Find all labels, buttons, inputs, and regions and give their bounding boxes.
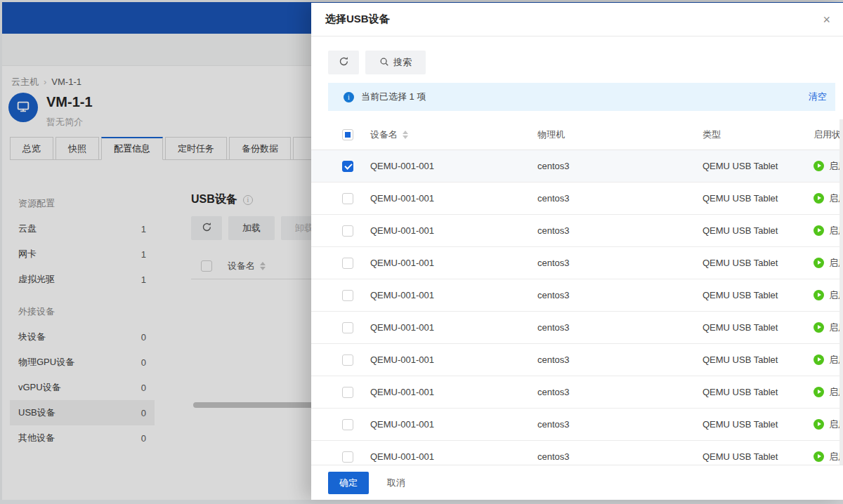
cell-device-name: QEMU-001-001 xyxy=(370,161,537,171)
table-row[interactable]: QEMU-001-001 centos3 QEMU USB Tablet 启用 xyxy=(311,409,843,441)
status-running-icon xyxy=(813,419,824,430)
cell-enable-state: 启用 xyxy=(813,289,843,302)
column-type: 类型 xyxy=(702,128,813,141)
status-running-icon xyxy=(813,161,824,171)
cell-physical-host: centos3 xyxy=(537,387,702,397)
column-label: 设备名 xyxy=(370,128,398,141)
cell-device-name: QEMU-001-001 xyxy=(370,354,537,365)
cell-enable-state: 启用 xyxy=(813,257,843,270)
table-row[interactable]: QEMU-001-001 centos3 QEMU USB Tablet 启用 xyxy=(311,376,843,409)
cell-device-name: QEMU-001-001 xyxy=(370,258,537,268)
cell-enable-state: 启用 xyxy=(813,225,843,237)
cell-device-name: QEMU-001-001 xyxy=(370,322,537,333)
column-enable-state: 启用状态 xyxy=(813,128,843,141)
status-running-icon xyxy=(813,258,824,268)
cell-physical-host: centos3 xyxy=(537,258,702,268)
cell-device-name: QEMU-001-001 xyxy=(370,451,537,462)
info-filled-icon: i xyxy=(344,92,354,102)
cell-type: QEMU USB Tablet xyxy=(702,290,813,300)
table-row[interactable]: QEMU-001-001 centos3 QEMU USB Tablet 启用 xyxy=(311,312,843,344)
cell-type: QEMU USB Tablet xyxy=(702,322,813,333)
drawer-header: 选择USB设备 × xyxy=(311,3,843,37)
cell-physical-host: centos3 xyxy=(537,193,702,204)
cancel-button[interactable]: 取消 xyxy=(387,477,405,489)
sort-icon[interactable] xyxy=(403,131,408,139)
select-usb-drawer: 选择USB设备 × 搜索 i 当前已选择 1 项 清空 xyxy=(311,3,843,500)
table-row[interactable]: QEMU-001-001 centos3 QEMU USB Tablet 启用 xyxy=(311,215,843,247)
drawer-toolbar: 搜索 xyxy=(328,51,426,74)
search-button-label: 搜索 xyxy=(393,56,412,69)
cell-physical-host: centos3 xyxy=(537,161,702,171)
table-row[interactable]: QEMU-001-001 centos3 QEMU USB Tablet 启用 xyxy=(311,150,843,183)
cell-enable-state: 启用 xyxy=(813,418,843,431)
row-checkbox[interactable] xyxy=(342,225,353,237)
cell-physical-host: centos3 xyxy=(537,419,702,430)
cell-type: QEMU USB Tablet xyxy=(702,225,813,236)
drawer-search-button[interactable]: 搜索 xyxy=(365,51,426,74)
row-checkbox[interactable] xyxy=(342,419,353,430)
table-row[interactable]: QEMU-001-001 centos3 QEMU USB Tablet 启用 xyxy=(311,344,843,376)
table-row[interactable]: QEMU-001-001 centos3 QEMU USB Tablet 启用 xyxy=(311,441,843,465)
status-running-icon xyxy=(813,322,824,333)
screen: 云主机›VM-1-1 VM-1-1 暂无简介 总览 快照 配置信息 定时任务 备… xyxy=(0,0,843,504)
close-icon[interactable]: × xyxy=(823,11,830,28)
status-running-icon xyxy=(813,225,824,236)
cell-type: QEMU USB Tablet xyxy=(702,387,813,397)
cell-physical-host: centos3 xyxy=(537,322,702,333)
column-device-name: 设备名 xyxy=(370,128,537,141)
row-checkbox[interactable] xyxy=(342,193,353,204)
cell-type: QEMU USB Tablet xyxy=(702,419,813,430)
cell-type: QEMU USB Tablet xyxy=(702,451,813,462)
row-checkbox[interactable] xyxy=(342,354,353,366)
cell-physical-host: centos3 xyxy=(537,451,702,462)
cell-enable-state: 启用 xyxy=(813,451,843,463)
status-running-icon xyxy=(813,451,824,462)
table-header-row: 设备名 物理机 类型 启用状态 xyxy=(311,119,843,150)
cell-physical-host: centos3 xyxy=(537,225,702,236)
cell-physical-host: centos3 xyxy=(537,354,702,365)
usb-table-body: QEMU-001-001 centos3 QEMU USB Tablet 启用 … xyxy=(311,150,843,465)
select-all-checkbox[interactable] xyxy=(342,129,353,140)
table-row[interactable]: QEMU-001-001 centos3 QEMU USB Tablet 启用 xyxy=(311,183,843,215)
drawer-title: 选择USB设备 xyxy=(325,13,390,26)
vertical-scrollbar[interactable] xyxy=(839,119,843,465)
confirm-button[interactable]: 确定 xyxy=(328,472,369,494)
search-icon xyxy=(379,57,389,69)
row-checkbox[interactable] xyxy=(342,387,353,398)
row-checkbox[interactable] xyxy=(342,322,353,333)
table-row[interactable]: QEMU-001-001 centos3 QEMU USB Tablet 启用 xyxy=(311,247,843,279)
cell-device-name: QEMU-001-001 xyxy=(370,290,537,300)
cell-enable-state: 启用 xyxy=(813,321,843,334)
cell-enable-state: 启用 xyxy=(813,192,843,205)
table-row[interactable]: QEMU-001-001 centos3 QEMU USB Tablet 启用 xyxy=(311,279,843,312)
cell-type: QEMU USB Tablet xyxy=(702,161,813,171)
status-running-icon xyxy=(813,193,824,204)
cell-type: QEMU USB Tablet xyxy=(702,258,813,268)
selection-count-text: 当前已选择 1 项 xyxy=(361,91,426,103)
cell-enable-state: 启用 xyxy=(813,386,843,399)
cell-type: QEMU USB Tablet xyxy=(702,193,813,204)
cell-device-name: QEMU-001-001 xyxy=(370,193,537,204)
row-checkbox[interactable] xyxy=(342,258,353,269)
column-physical-host: 物理机 xyxy=(537,128,702,141)
window-frame-bottom xyxy=(0,500,843,504)
status-running-icon xyxy=(813,354,824,365)
cell-physical-host: centos3 xyxy=(537,290,702,300)
selection-info-bar: i 当前已选择 1 项 清空 xyxy=(328,83,835,111)
row-checkbox[interactable] xyxy=(342,290,353,301)
usb-device-table: 设备名 物理机 类型 启用状态 QEMU-001-001 centos3 QEM… xyxy=(311,119,843,465)
cell-device-name: QEMU-001-001 xyxy=(370,387,537,397)
drawer-refresh-button[interactable] xyxy=(328,51,359,74)
cell-device-name: QEMU-001-001 xyxy=(370,225,537,236)
cell-enable-state: 启用 xyxy=(813,160,843,173)
row-checkbox[interactable] xyxy=(342,161,353,172)
row-checkbox[interactable] xyxy=(342,451,353,463)
cell-device-name: QEMU-001-001 xyxy=(370,419,537,430)
cell-enable-state: 启用 xyxy=(813,354,843,366)
cell-type: QEMU USB Tablet xyxy=(702,354,813,365)
drawer-footer: 确定 取消 xyxy=(311,465,843,500)
refresh-icon xyxy=(339,56,349,69)
clear-selection-link[interactable]: 清空 xyxy=(809,91,827,103)
status-running-icon xyxy=(813,387,824,397)
status-running-icon xyxy=(813,290,824,300)
